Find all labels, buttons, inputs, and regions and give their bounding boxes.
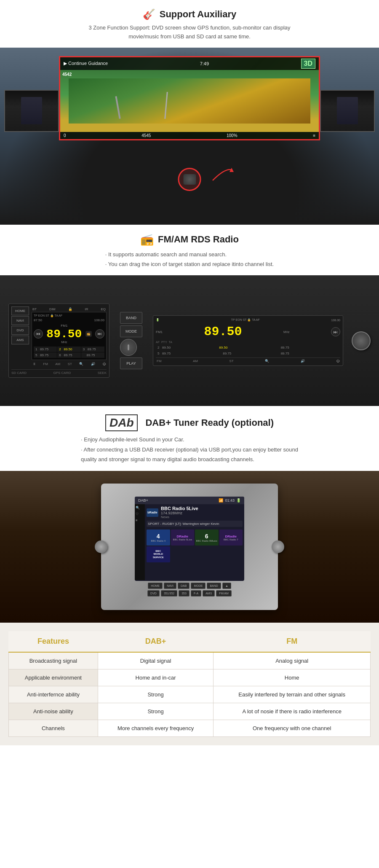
vol-icon[interactable]: 🔊 [91,362,95,366]
preset-5[interactable]: 5 89.75 [34,352,57,358]
dab-home-btn[interactable]: HOME [148,583,163,589]
right-st-mode[interactable]: ST [229,359,233,363]
dab-sidebar-icons: 🔍 ♡ ≡ [135,504,145,580]
menu-icon-dab[interactable]: ≡ [136,519,144,522]
dab-image-area: DAB+ 📶 01:43 🔋 🔍 ♡ ≡ bRadle [0,471,379,623]
right-preset-6[interactable]: 89.75 [217,351,278,356]
freq-low: 87.50 [34,318,42,322]
gps-bottom-right: 4545 [141,133,151,138]
dab-logo: DAb [105,414,138,431]
gps-number: 4542 [62,72,72,77]
col-dab-header: DAB+ [98,631,214,652]
right-vol-icon[interactable]: 🔊 [301,359,305,363]
play-button[interactable]: PLAY [120,357,142,369]
heart-icon[interactable]: ♡ [136,512,144,516]
dab-band-btn[interactable]: BAND [207,583,221,589]
right-preset-5[interactable]: 5 89.75 [156,351,217,356]
dab-mode-btn[interactable]: MODE [191,583,206,589]
gps-header: ▶ Continue Guidance 7:49 3D [60,57,319,70]
prev-btn[interactable]: ⏮ [34,329,43,339]
dab-station-freq: 174.928MHz [161,511,198,515]
radio-presets-grid: 1 89.75 2 89.50 3 89.75 5 89.75 6 89.75 … [34,347,104,358]
radio-bullet2: · You can drag the icon of target statio… [105,259,274,269]
home-btn[interactable]: HOME [11,306,29,315]
mode-button[interactable]: MODE [120,325,142,337]
am-mode[interactable]: AM [55,362,60,366]
dab-bottom-buttons: HOME NAVI DAB MODE BAND ▲ [148,583,231,589]
radio-middle-controls: BAND MODE PLAY [120,312,142,369]
radio-knob[interactable] [120,339,137,356]
col-features-header: Features [9,631,98,652]
dvd-btn[interactable]: DVD [11,326,29,335]
radio-mode-row: ⏸ FM AM ST 🔍 🔊 ⏻ [32,361,107,367]
navi-btn[interactable]: NAVI [11,316,29,325]
right-preset-1[interactable]: 2 89.50 [156,345,217,350]
dab-353-btn[interactable]: 353 [179,590,190,597]
search-icon2[interactable]: 🔍 [79,362,83,366]
dab-title: DAB+ Tuner Ready (optional) [145,417,274,428]
gps-overlay: ▶ Continue Guidance 7:49 3D 4542 0 4545 … [59,56,320,140]
dab-ams-btn[interactable]: AMS [203,590,215,597]
gps-map: 4542 [60,70,319,132]
st-mode[interactable]: ST [68,362,72,366]
right-am-mode[interactable]: AM [193,359,198,363]
lock-icon: 🔒 [68,307,72,311]
preset-1[interactable]: 1 89.75 [34,347,57,352]
play-icon[interactable]: ⏸ [32,362,36,366]
right-preset-7[interactable]: 89.75 [279,351,340,356]
preset-2-active[interactable]: 2 89.50 [57,347,80,352]
radio-rds-row: TP EON ST 🔒 TA AF [34,314,104,317]
radio-bullet1: · It supports automatic search and manua… [105,250,274,259]
ams-btn[interactable]: AMS [11,336,29,344]
freq-display-block: FM1 89.50 MHz [46,324,82,344]
dab-dvd-btn[interactable]: DVD [147,590,160,597]
dab-screen: DAB+ 📶 01:43 🔋 🔍 ♡ ≡ bRadle [135,497,244,581]
dab-knob-right[interactable] [272,540,284,553]
fm-mode[interactable]: FM [43,362,48,366]
power-icon[interactable]: ⏻ [102,362,106,366]
preset-7[interactable]: 89.75 [81,352,104,358]
channel-6[interactable]: 6 BBC Radio 6Music [195,529,219,546]
search-icon-dab[interactable]: 🔍 [136,506,144,510]
pty-label: PTY [161,341,167,344]
right-search-icon[interactable]: 🔍 [265,359,269,363]
channel-dradle-1[interactable]: DRadle BBC Radio 5Live [171,529,195,546]
preset-6[interactable]: 6 89.75 [57,352,80,358]
band-button[interactable]: BAND [120,312,142,324]
right-mode-row: FM AM ST 🔍 🔊 ⏻ [156,357,340,363]
right-next-btn[interactable]: ⏭ [331,327,340,336]
dab-up-btn[interactable]: ▲ [222,583,231,589]
channel-4[interactable]: 4 BBC Radio 4 [147,529,170,546]
preset-3[interactable]: 3 89.75 [81,347,104,352]
gps-continue-text: ▶ Continue Guidance [64,61,108,66]
channel-dradle-2[interactable]: DRadle BBC Radio 7 [219,529,243,546]
dab-status-icons: 📶 01:43 🔋 [219,498,241,503]
car-interior-image: ▶ Continue Guidance 7:49 3D 4542 0 4545 … [0,48,379,225]
right-fm-mode[interactable]: FM [157,359,162,363]
next-btn[interactable]: ⏭ [95,329,104,339]
dab-knob-left[interactable] [95,540,107,553]
fm1-label: FM1 [46,324,82,328]
dab-sport-text: SPORT - RUGBY [LT]: Warrington winger Ke… [147,521,243,527]
right-power-icon[interactable]: ⏻ [336,359,339,363]
dab-dab-btn[interactable]: DAB [178,583,190,589]
gps-speed: 100% [227,133,238,138]
auxiliary-section: 🎸 Support Auxiliary 3 Zone Function Supp… [0,0,379,48]
channel-bbc-world[interactable]: BBCWORLDSERVICE [147,546,170,562]
radio-bullets: · It supports automatic search and manua… [105,250,274,269]
radio-main-freq-row: ⏮ FM1 89.50 MHz 📻 ⏭ [34,322,104,345]
dab-fa-btn[interactable]: F-A [191,590,201,597]
right-preset-3[interactable]: 89.75 [279,345,340,350]
right-volume-knob[interactable] [352,331,371,350]
dab-fmam-btn[interactable]: FM/AM [216,590,232,597]
col-fm-header: FM [214,631,371,652]
dab-navi-btn[interactable]: NAVI [164,583,176,589]
right-preset-active[interactable]: 89.50 [217,345,278,350]
right-pty-row: AF PTY TA [156,341,340,344]
fm-channels: One frequency with one channel [214,720,371,736]
feature-interference: Anti-interfernce ability [9,686,98,703]
dab-screen-header: DAB+ 📶 01:43 🔋 [135,497,244,504]
dab-351-btn[interactable]: 351/352 [161,590,177,597]
dab-station-info-block: BBC Radio 5Live 174.928MHz News [161,506,198,519]
gps-3d-badge: 3D [301,59,315,69]
